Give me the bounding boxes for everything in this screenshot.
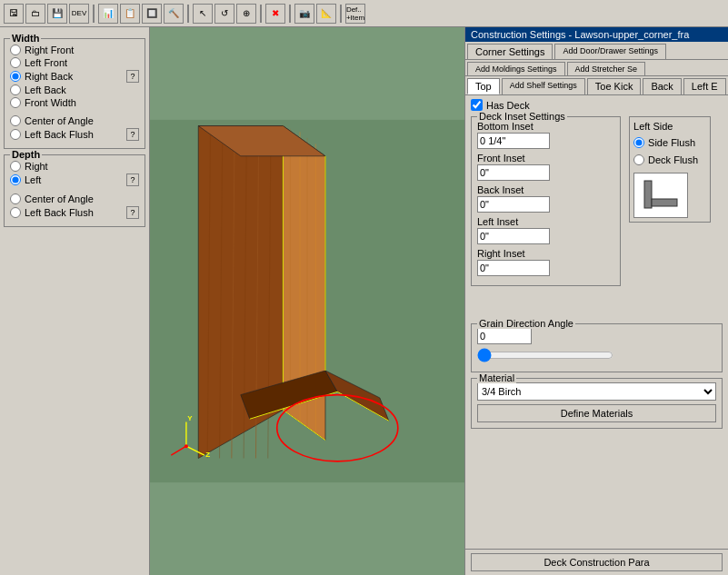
grain-direction-group: Grain Direction Angle [471,323,723,372]
depth-help-button[interactable]: ? [126,173,139,186]
radio-side-flush-input[interactable] [633,137,644,148]
has-deck-row: Has Deck [471,99,723,111]
deck-inset-title: Deck Inset Settings [477,111,567,122]
radio-left-back-flush-w-input[interactable] [10,129,21,140]
bottom-btn-row: Deck Construction Para [465,549,728,575]
tab-corner-settings[interactable]: Corner Settings [467,44,553,59]
radio-left-back-flush-w-label: Left Back Flush [25,129,94,140]
radio-left-back-flush-d-input[interactable] [10,207,21,218]
toolbar-icon-1[interactable]: 🖫 [4,4,24,24]
radio-front-width-input[interactable] [10,97,21,108]
toolbar-icon-def[interactable]: Def.. +Item [345,4,365,24]
radio-left-front-label: Left Front [25,57,67,68]
radio-right-d[interactable]: Right [10,161,139,172]
radio-deck-flush-input[interactable] [633,154,644,165]
radio-front-width[interactable]: Front Width [10,97,139,108]
tab-top[interactable]: Top [467,78,500,94]
bottom-inset-input[interactable] [477,133,550,149]
radio-deck-flush[interactable]: Deck Flush [633,154,706,165]
tab-row-1: Corner Settings Add Door/Drawer Settings [465,42,728,60]
radio-left-d[interactable]: Left [10,174,41,185]
left-side-title: Left Side [633,121,706,132]
width-help-button[interactable]: ? [126,70,139,83]
tab-add-door-drawer[interactable]: Add Door/Drawer Settings [554,44,666,59]
toolbar-icon-2[interactable]: 🗀 [25,4,45,24]
toolbar-icon-7[interactable]: 🔨 [164,4,184,24]
radio-deck-flush-label: Deck Flush [648,154,698,165]
radio-left-front[interactable]: Left Front [10,57,139,68]
svg-rect-29 [644,181,652,208]
bottom-inset-label: Bottom Inset [477,121,614,132]
radio-left-d-input[interactable] [10,174,21,185]
grain-direction-input[interactable] [477,328,532,344]
radio-center-angle-d-input[interactable] [10,193,21,204]
toolbar-icon-4[interactable]: 📊 [98,4,118,24]
right-inset-label: Right Inset [477,248,614,259]
radio-right-back-row: Right Back ? [10,70,139,83]
tab-add-stretcher[interactable]: Add Stretcher Se [567,62,646,75]
toolbar-icon-5[interactable]: 📋 [120,4,140,24]
radio-left-back-flush-w-row: Left Back Flush ? [10,128,139,141]
viewport: Y Z [150,27,464,575]
separator-2 [187,5,189,23]
radio-right-back[interactable]: Right Back [10,71,73,82]
toolbar-icon-x[interactable]: ✖ [265,4,285,24]
left-inset-input[interactable] [477,228,550,244]
depth-flush-help-button[interactable]: ? [126,206,139,219]
back-inset-input[interactable] [477,196,550,213]
radio-left-front-input[interactable] [10,57,21,68]
flush-diagram [633,173,688,218]
radio-side-flush[interactable]: Side Flush [633,137,706,148]
svg-point-26 [184,444,188,448]
radio-right-front-input[interactable] [10,45,21,55]
radio-left-back-w-input[interactable] [10,84,21,95]
radio-right-back-input[interactable] [10,71,21,82]
main-layout: Width Right Front Left Front Right Back … [0,27,728,575]
toolbar: 🖫 🗀 💾 DEV 📊 📋 🔲 🔨 ↖ ↺ ⊕ ✖ 📷 📐 Def.. +Ite… [0,0,728,27]
depth-group: Depth Right Left ? Center of Angle [4,154,145,227]
toolbar-icon-9[interactable]: ⊕ [236,4,256,24]
deck-construction-button[interactable]: Deck Construction Para [471,553,723,571]
radio-center-angle-w-input[interactable] [10,115,21,126]
radio-left-back-flush-w[interactable]: Left Back Flush [10,129,94,140]
toolbar-icon-8[interactable]: ↺ [214,4,234,24]
radio-side-flush-label: Side Flush [648,137,695,148]
width-flush-help-button[interactable]: ? [126,128,139,141]
separator-1 [93,5,95,23]
radio-left-d-label: Left [25,174,41,185]
toolbar-icon-3[interactable]: 💾 [47,4,67,24]
radio-center-angle-d[interactable]: Center of Angle [10,193,139,204]
radio-center-angle-w[interactable]: Center of Angle [10,115,139,126]
right-inset-input[interactable] [477,260,550,276]
bottom-inset-row: Bottom Inset [477,121,614,149]
tab-back[interactable]: Back [643,78,681,94]
toolbar-icon-6[interactable]: 🔲 [142,4,162,24]
radio-left-back-flush-d[interactable]: Left Back Flush [10,207,94,218]
toolbar-icon-dev[interactable]: DEV [69,4,89,24]
toolbar-icon-measure[interactable]: 📐 [316,4,336,24]
deck-inset-area: Deck Inset Settings Bottom Inset Front I… [471,116,723,316]
has-deck-label: Has Deck [486,100,530,111]
toolbar-icon-cursor[interactable]: ↖ [193,4,213,24]
material-title: Material [477,372,516,383]
has-deck-checkbox[interactable] [471,99,483,111]
material-group: Material 3/4 Birch 1/2 Birch 3/4 MDF Def… [471,378,723,429]
grain-direction-slider[interactable] [477,348,613,362]
radio-right-front[interactable]: Right Front [10,45,139,55]
material-dropdown[interactable]: 3/4 Birch 1/2 Birch 3/4 MDF [477,382,716,401]
toolbar-icon-camera[interactable]: 📷 [294,4,314,24]
viewport-svg: Y Z [150,27,464,575]
radio-left-back-w[interactable]: Left Back [10,84,139,95]
depth-group-title: Depth [10,149,42,160]
tab-toe-kick[interactable]: Toe Kick [587,78,642,94]
front-inset-input[interactable] [477,164,550,181]
separator-3 [260,5,262,23]
radio-right-d-input[interactable] [10,161,21,172]
grain-slider-area [477,348,716,364]
svg-text:Z: Z [205,451,210,459]
front-inset-row: Front Inset [477,153,614,181]
define-materials-button[interactable]: Define Materials [477,404,716,422]
tab-left-e[interactable]: Left E [683,78,726,94]
tab-add-moldings[interactable]: Add Moldings Settings [467,62,565,75]
tab-add-shelf[interactable]: Add Shelf Settings [502,78,585,94]
